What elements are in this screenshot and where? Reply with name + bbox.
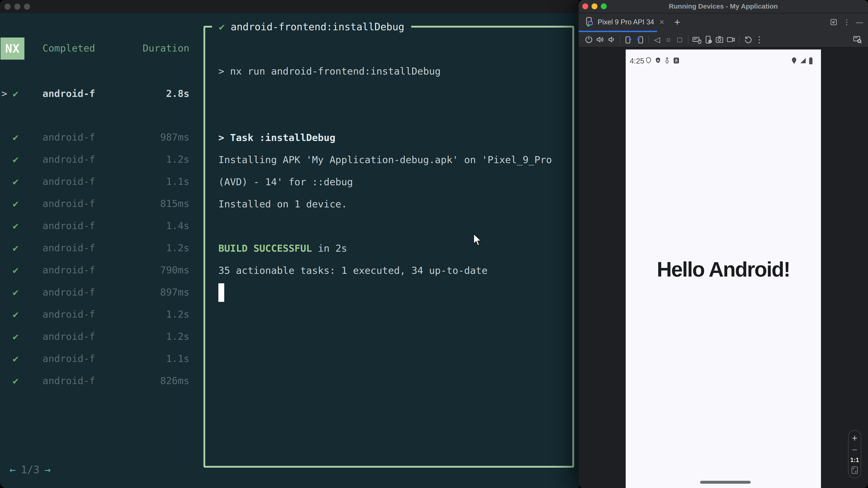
log-cursor-line — [218, 282, 571, 304]
power-button-icon[interactable] — [584, 35, 594, 44]
log-build-result-line: BUILD SUCCESSFUL in 2s — [218, 237, 571, 259]
check-icon: ✔ — [13, 308, 19, 320]
float-window-icon[interactable] — [830, 18, 838, 26]
toolbar-more-options-icon[interactable]: ⋮ — [754, 35, 764, 44]
check-icon: ✔ — [13, 331, 19, 342]
pagination: ← 1/3 → — [0, 459, 204, 481]
android-home-icon[interactable]: ○ — [663, 35, 673, 44]
check-icon: ✔ — [13, 198, 19, 209]
check-icon: ✔ — [13, 375, 19, 386]
task-row[interactable]: ✔ android-f 1.1s — [0, 348, 204, 369]
ui-check-inspector-icon[interactable] — [852, 35, 862, 44]
location-icon — [791, 57, 798, 65]
completed-column-header: Completed — [42, 42, 95, 54]
task-name: android-f — [42, 264, 95, 275]
window-dot-close[interactable] — [4, 4, 11, 10]
task-row[interactable]: ✔ android-f 897ms — [0, 281, 204, 303]
volume-down-icon[interactable] — [607, 35, 616, 44]
task-row-selected[interactable]: > ✔ android-f 2.8s — [0, 83, 204, 105]
task-duration: 815ms — [160, 198, 189, 209]
task-name: android-f — [42, 88, 95, 99]
reset-device-icon[interactable] — [743, 35, 753, 44]
rotate-left-icon[interactable] — [635, 35, 645, 44]
task-duration: 1.2s — [166, 242, 189, 254]
check-icon: ✔ — [13, 88, 19, 99]
log-task-line: > Task :installDebug — [218, 127, 571, 149]
screenshot-camera-icon[interactable] — [715, 35, 724, 44]
check-icon: ✔ — [13, 242, 19, 254]
log-summary-line: 35 actionable tasks: 1 executed, 34 up-t… — [218, 259, 571, 282]
terminal-cursor — [218, 283, 224, 302]
log-command-line: > nx run android-frontend:installDebug — [218, 60, 571, 82]
task-row[interactable]: ✔ android-f 1.1s — [0, 170, 204, 193]
studio-titlebar[interactable]: Running Devices - My Application — [579, 0, 868, 13]
page-indicator: 1/3 — [21, 464, 39, 476]
task-duration: 1.4s — [166, 220, 189, 231]
android-overview-icon[interactable]: □ — [675, 35, 685, 44]
zoom-controls: + − 1:1 — [848, 430, 861, 478]
emulator-screen[interactable]: 4:25 — [626, 50, 821, 488]
task-duration: 2.8s — [166, 88, 189, 99]
svg-text:A: A — [675, 59, 677, 62]
screen-record-icon[interactable] — [726, 35, 736, 44]
task-row[interactable]: ✔ android-f 815ms — [0, 193, 204, 215]
tab-pixel-9-pro[interactable]: Pixel 9 Pro API 34 ✕ + — [585, 13, 680, 31]
log-blank-line — [218, 215, 571, 237]
panel-options-icon[interactable]: ⋮ — [843, 18, 850, 26]
play-protect-icon — [655, 57, 661, 64]
mouse-cursor — [473, 233, 482, 247]
fit-to-window-icon[interactable] — [851, 466, 859, 475]
actual-size-button[interactable]: 1:1 — [850, 457, 859, 464]
tab-label: Pixel 9 Pro API 34 — [598, 18, 654, 26]
task-row[interactable]: ✔ android-f 1.2s — [0, 148, 204, 170]
hardware-input-icon[interactable] — [692, 35, 702, 44]
log-install-line-2: (AVD) - 14' for ::debug — [218, 171, 571, 193]
terminal-titlebar[interactable] — [0, 0, 579, 13]
check-icon: ✔ — [13, 353, 19, 364]
check-icon: ✔ — [13, 287, 19, 298]
toolbar-separator — [620, 35, 620, 44]
toolbar-separator — [648, 35, 649, 44]
task-row[interactable]: ✔ android-f 1.2s — [0, 237, 204, 259]
task-row[interactable]: ✔ android-f 1.2s — [0, 303, 204, 325]
check-icon: ✔ — [13, 176, 19, 187]
task-duration: 826ms — [160, 375, 189, 386]
toolbar-separator — [688, 35, 688, 44]
task-output-title-text: android-frontend:installDebug — [231, 21, 404, 33]
task-name: android-f — [42, 353, 95, 364]
app-greeting-text: Hello Android! — [626, 258, 821, 281]
emulator-status-bar: 4:25 — [626, 56, 821, 67]
zoom-out-button[interactable]: − — [852, 445, 858, 455]
window-dot-zoom[interactable] — [24, 4, 30, 10]
task-row[interactable]: ✔ android-f 987ms — [0, 126, 204, 148]
check-icon: ✔ — [13, 264, 19, 275]
android-back-icon[interactable]: ◁ — [652, 35, 662, 44]
device-mirror-icon — [585, 17, 594, 28]
rotate-right-icon[interactable] — [624, 35, 633, 44]
tab-close-icon[interactable]: ✕ — [659, 19, 664, 26]
volume-up-icon[interactable] — [595, 35, 605, 44]
gesture-navigation-bar[interactable] — [700, 481, 751, 484]
task-name: android-f — [42, 176, 95, 187]
duration-column-header: Duration — [143, 42, 189, 54]
task-row[interactable]: ✔ android-f 826ms — [0, 369, 204, 392]
new-tab-icon[interactable]: + — [674, 17, 680, 28]
task-duration: 987ms — [160, 131, 189, 143]
task-name: android-f — [42, 242, 95, 254]
task-name: android-f — [42, 198, 95, 209]
hide-panel-icon[interactable]: — — [856, 18, 863, 26]
task-name: android-f — [42, 375, 95, 386]
task-row[interactable]: ✔ android-f 790ms — [0, 259, 204, 281]
build-successful-text: BUILD SUCCESSFUL — [218, 242, 312, 254]
build-time-text: in 2s — [318, 242, 347, 254]
device-toolbar: ◁ ○ □ — [579, 32, 868, 47]
task-list-header: Completed Duration — [0, 37, 204, 59]
device-settings-icon[interactable] — [703, 35, 713, 44]
task-row[interactable]: ✔ android-f 1.2s — [0, 325, 204, 348]
zoom-in-button[interactable]: + — [852, 433, 858, 443]
window-dot-minimize[interactable] — [14, 4, 20, 10]
next-page-arrow[interactable]: → — [44, 464, 51, 476]
task-row[interactable]: ✔ android-f 1.4s — [0, 215, 204, 237]
task-name: android-f — [42, 287, 95, 298]
prev-page-arrow[interactable]: ← — [9, 464, 16, 476]
